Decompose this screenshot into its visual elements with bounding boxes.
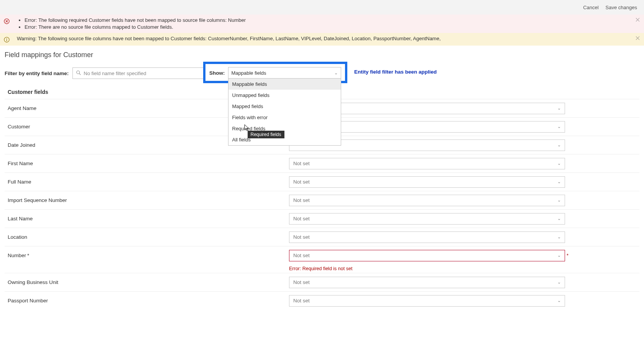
field-value: Not set (293, 279, 310, 285)
field-value-select[interactable]: Not set ⌄ (289, 195, 565, 206)
close-icon[interactable] (635, 35, 640, 41)
field-value-select[interactable]: Not set ⌄ (289, 213, 565, 225)
field-value-select[interactable]: Not set ⌄ (289, 231, 565, 243)
field-row-passport-number: Passport Number Not set ⌄ (5, 291, 639, 310)
field-row-last-name: Last Name Not set ⌄ (5, 209, 639, 228)
chevron-down-icon: ⌄ (557, 198, 561, 203)
show-dropdown-button[interactable]: Mappable fields ⌄ (228, 67, 341, 79)
field-value: Not set (293, 298, 310, 304)
field-value: Not set (293, 216, 310, 222)
field-row-first-name: First Name Not set ⌄ (5, 154, 639, 172)
dropdown-option-all[interactable]: All fields (228, 134, 341, 145)
content-area: Field mappings for Customer Filter by en… (0, 46, 644, 310)
error-indicator: * (567, 253, 568, 258)
required-indicator: * (27, 253, 29, 258)
search-icon (76, 70, 81, 77)
dropdown-option-required[interactable]: Required fields Required fields (228, 123, 341, 134)
field-row-owning-bu: Owning Business Unit Not set ⌄ (5, 273, 639, 291)
field-label: Passport Number (8, 298, 289, 304)
filter-input[interactable] (84, 71, 201, 76)
show-label: Show: (209, 70, 225, 76)
chevron-down-icon: ⌄ (557, 280, 561, 285)
field-value-select[interactable]: Not set ⌄ (289, 277, 565, 288)
error-alert: Error: The following required Customer f… (0, 15, 644, 33)
chevron-down-icon: ⌄ (557, 124, 561, 129)
field-row-full-name: Full Name Not set ⌄ (5, 172, 639, 191)
save-button[interactable]: Save changes (606, 5, 637, 10)
field-value: Not set (293, 161, 310, 166)
field-label: First Name (8, 161, 289, 166)
filter-label: Filter by entity field name: (5, 71, 69, 76)
field-value-select[interactable]: Not set ⌄ (289, 158, 565, 169)
chevron-down-icon: ⌄ (557, 216, 561, 221)
dropdown-option-unmapped[interactable]: Unmapped fields (228, 90, 341, 101)
chevron-down-icon: ⌄ (557, 253, 561, 258)
chevron-down-icon: ⌄ (557, 235, 561, 240)
filter-applied-message: Entity field filter has been applied (354, 69, 437, 75)
field-row-number: Number* Not set ⌄ * (5, 246, 639, 264)
field-label: Number* (8, 253, 289, 258)
field-value: Not set (293, 197, 310, 203)
filter-input-wrap[interactable] (72, 67, 205, 79)
dropdown-option-mapped[interactable]: Mapped fields (228, 101, 341, 112)
filter-row: Filter by entity field name: Show: Mappa… (5, 67, 639, 79)
chevron-down-icon: ⌄ (334, 71, 338, 75)
field-row-import-seq: Import Sequence Number Not set ⌄ (5, 191, 639, 209)
chevron-down-icon: ⌄ (557, 298, 561, 303)
field-value-select[interactable]: Not set ⌄ (289, 250, 565, 261)
info-icon (3, 36, 10, 43)
field-value: Not set (293, 253, 310, 258)
tooltip: Required fields (248, 131, 284, 138)
field-value: Not set (293, 234, 310, 240)
svg-rect-7 (6, 39, 7, 41)
field-label-text: Number (8, 253, 26, 258)
show-dropdown-list: Mappable fields Unmapped fields Mapped f… (228, 79, 341, 146)
chevron-down-icon: ⌄ (557, 143, 561, 148)
field-value: Not set (293, 179, 310, 185)
chevron-down-icon: ⌄ (557, 106, 561, 111)
dropdown-option-errors[interactable]: Fields with error (228, 112, 341, 123)
field-label: Owning Business Unit (8, 279, 289, 285)
svg-point-6 (6, 38, 7, 39)
cancel-button[interactable]: Cancel (583, 5, 598, 10)
page-title: Field mappings for Customer (5, 51, 639, 59)
field-row-location: Location Not set ⌄ (5, 228, 639, 246)
warning-alert: Warning: The following source file colum… (0, 33, 644, 46)
field-value-select[interactable]: Not set ⌄ (289, 176, 565, 188)
chevron-down-icon: ⌄ (557, 161, 561, 166)
mouse-cursor-icon (244, 124, 250, 131)
chevron-down-icon: ⌄ (557, 179, 561, 184)
field-label: Full Name (8, 179, 289, 185)
field-label: Import Sequence Number (8, 197, 289, 203)
error-icon (3, 18, 10, 25)
field-label: Location (8, 234, 289, 240)
dropdown-option-mappable[interactable]: Mappable fields (228, 79, 341, 90)
show-dropdown[interactable]: Mappable fields ⌄ Mappable fields Unmapp… (228, 67, 341, 79)
show-dropdown-value: Mappable fields (232, 70, 266, 76)
error-message: Error: The following required Customer f… (25, 17, 246, 24)
field-label: Last Name (8, 216, 289, 222)
close-icon[interactable] (635, 17, 640, 22)
svg-line-11 (79, 73, 81, 75)
topbar: Cancel Save changes (0, 0, 644, 15)
show-dropdown-highlight: Show: Mappable fields ⌄ Mappable fields … (203, 62, 347, 83)
field-value-select[interactable]: Not set ⌄ (289, 295, 565, 307)
warning-message: Warning: The following source file colum… (17, 35, 441, 42)
field-error-message: Error: Required field is not set (5, 264, 639, 273)
error-message: Error: There are no source file columns … (25, 24, 246, 31)
svg-point-10 (77, 71, 80, 74)
